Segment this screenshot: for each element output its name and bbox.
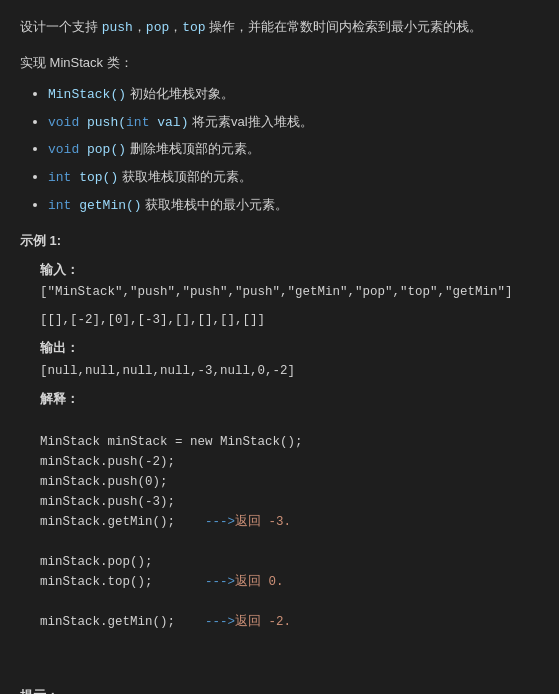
- api-item-push: void push(int val) 将元素val推入堆栈。: [48, 112, 539, 134]
- api-item-top: int top() 获取堆栈顶部的元素。: [48, 167, 539, 189]
- example-title: 示例 1:: [20, 231, 539, 252]
- input-value-line2: [[],[-2],[0],[-3],[],[],[],[]]: [40, 310, 539, 330]
- api-item-pop: void pop() 删除堆栈顶部的元素。: [48, 139, 539, 161]
- api-item-constructor: MinStack() 初始化堆栈对象。: [48, 84, 539, 106]
- tips-block: 提示： −231 <= val <= 231 − 1 pop、top 和 get…: [20, 686, 539, 694]
- api-list: MinStack() 初始化堆栈对象。 void push(int val) 将…: [20, 84, 539, 217]
- api-item-getmin: int getMin() 获取堆栈中的最小元素。: [48, 195, 539, 217]
- input-label: 输入：: [40, 260, 539, 281]
- explanation-code: MinStack minStack = new MinStack(); minS…: [40, 412, 539, 672]
- output-label: 输出：: [40, 338, 539, 359]
- explanation-label: 解释：: [40, 389, 539, 410]
- implement-label: 实现 MinStack 类：: [20, 53, 539, 74]
- input-value-line1: ["MinStack","push","push","push","getMin…: [40, 282, 539, 302]
- output-value: [null,null,null,null,-3,null,0,-2]: [40, 361, 539, 381]
- problem-description: 设计一个支持 push，pop，top 操作，并能在常数时间内检索到最小元素的栈…: [20, 16, 539, 39]
- example-block: 示例 1: 输入： ["MinStack","push","push","pus…: [20, 231, 539, 672]
- tips-title: 提示：: [20, 686, 539, 694]
